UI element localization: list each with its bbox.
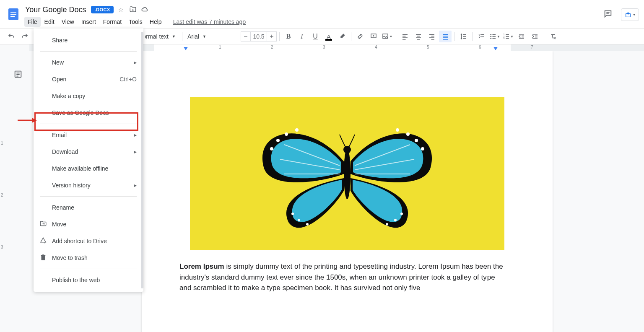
menu-item-move[interactable]: Move [34,216,143,233]
share-button[interactable]: ▾ [621,8,639,21]
menu-item-new[interactable]: New▸ [34,54,143,71]
docs-logo-icon[interactable] [5,3,22,25]
insert-link-button[interactable] [354,31,366,42]
bulleted-list-button[interactable]: ▼ [488,31,501,42]
annotation-arrow-icon [18,115,37,124]
bold-button[interactable]: B [282,31,295,42]
inline-image[interactable] [190,97,504,250]
svg-point-71 [386,223,388,226]
svg-point-60 [285,132,288,136]
svg-point-34 [491,38,491,39]
align-justify-button[interactable] [439,31,452,42]
svg-text:3: 3 [504,37,505,39]
italic-button[interactable]: I [296,31,308,42]
document-page[interactable]: Lorem Ipsum is simply dummy text of the … [142,51,553,332]
svg-point-32 [491,36,491,37]
paragraph-style-select[interactable]: Normal text▼ [143,31,179,42]
insert-image-button[interactable]: ▼ [381,31,393,42]
menu-tools[interactable]: Tools [125,17,146,27]
increase-indent-button[interactable] [529,31,541,42]
align-right-button[interactable] [426,31,438,42]
font-size-increase[interactable]: + [267,31,277,42]
align-left-button[interactable] [399,31,411,42]
menu-item-version-history[interactable]: Version history▸ [34,177,143,194]
svg-point-59 [276,139,280,142]
svg-point-56 [344,149,351,199]
move-folder-icon[interactable] [129,5,137,14]
menu-item-rename[interactable]: Rename [34,199,143,216]
shortcut-label: Ctrl+O [119,76,137,83]
svg-rect-2 [10,14,16,15]
chevron-right-icon: ▸ [134,60,137,65]
numbered-list-button[interactable]: 123▼ [502,31,514,42]
text-color-button[interactable]: A [322,31,335,42]
comments-icon[interactable] [600,6,616,23]
font-family-select[interactable]: Arial▼ [185,31,235,42]
docx-badge: .DOCX [91,6,113,13]
svg-point-70 [394,219,397,221]
svg-point-66 [291,213,294,215]
clear-formatting-button[interactable] [547,31,559,42]
svg-rect-1 [10,12,16,13]
left-sidebar: 1 2 3 [0,44,29,332]
menu-item-offline[interactable]: Make available offline [34,160,143,177]
svg-point-62 [421,147,424,150]
menu-insert[interactable]: Insert [78,17,99,27]
svg-point-69 [400,213,403,215]
menu-item-publish[interactable]: Publish to the web [34,272,143,288]
svg-point-30 [491,34,491,35]
highlight-color-button[interactable] [336,31,348,42]
menu-edit[interactable]: Edit [41,17,58,27]
trash-icon [39,254,48,262]
svg-point-68 [306,223,309,226]
menu-help[interactable]: Help [146,17,165,27]
move-icon [39,220,48,229]
decrease-indent-button[interactable] [515,31,528,42]
drive-shortcut-icon [39,237,48,246]
svg-point-61 [295,128,299,132]
insert-comment-button[interactable] [367,31,380,42]
svg-point-64 [406,132,410,136]
undo-button[interactable] [5,31,18,42]
document-title[interactable]: Your Google Docs [23,5,88,15]
menu-view[interactable]: View [58,17,78,27]
svg-point-57 [343,146,351,153]
menu-file[interactable]: File [24,17,41,27]
chevron-right-icon: ▸ [134,149,137,155]
menu-item-make-copy[interactable]: Make a copy [34,88,143,104]
align-center-button[interactable] [412,31,425,42]
last-edit-link[interactable]: Last edit was 7 minutes ago [173,18,246,25]
cloud-status-icon[interactable] [140,5,149,14]
redo-button[interactable] [18,31,31,42]
underline-button[interactable]: U [309,31,322,42]
font-size-value[interactable]: 10.5 [251,31,267,42]
svg-point-63 [415,139,418,142]
vertical-ruler: 1 2 3 [1,59,7,332]
document-paragraph[interactable]: Lorem Ipsum is simply dummy text of the … [179,261,504,293]
menu-item-open[interactable]: OpenCtrl+O [34,71,143,88]
svg-point-65 [396,128,399,132]
outline-icon[interactable] [13,70,23,80]
line-spacing-button[interactable] [457,31,470,42]
menu-item-email[interactable]: Email▸ [34,127,143,143]
menu-item-trash[interactable]: Move to trash [34,249,143,266]
svg-rect-3 [10,16,15,17]
chevron-right-icon: ▸ [134,132,137,138]
checklist-button[interactable] [475,31,488,42]
menu-item-save-as-google-docs[interactable]: Save as Google Docs [34,104,143,121]
svg-point-58 [270,147,273,150]
title-area: Your Google Docs .DOCX ☆ File Edit View … [23,3,600,28]
font-size-decrease[interactable]: − [241,31,251,42]
chevron-right-icon: ▸ [134,182,137,188]
menu-item-add-shortcut[interactable]: Add shortcut to Drive [34,233,143,249]
svg-marker-79 [32,118,37,123]
menu-item-share[interactable]: Share [34,32,143,49]
file-menu-dropdown: Share New▸ OpenCtrl+O Make a copy Save a… [34,29,143,292]
star-icon[interactable]: ☆ [117,6,125,13]
menu-item-download[interactable]: Download▸ [34,143,143,160]
app-header: Your Google Docs .DOCX ☆ File Edit View … [0,0,644,29]
menu-format[interactable]: Format [100,17,125,27]
svg-point-67 [298,219,300,221]
